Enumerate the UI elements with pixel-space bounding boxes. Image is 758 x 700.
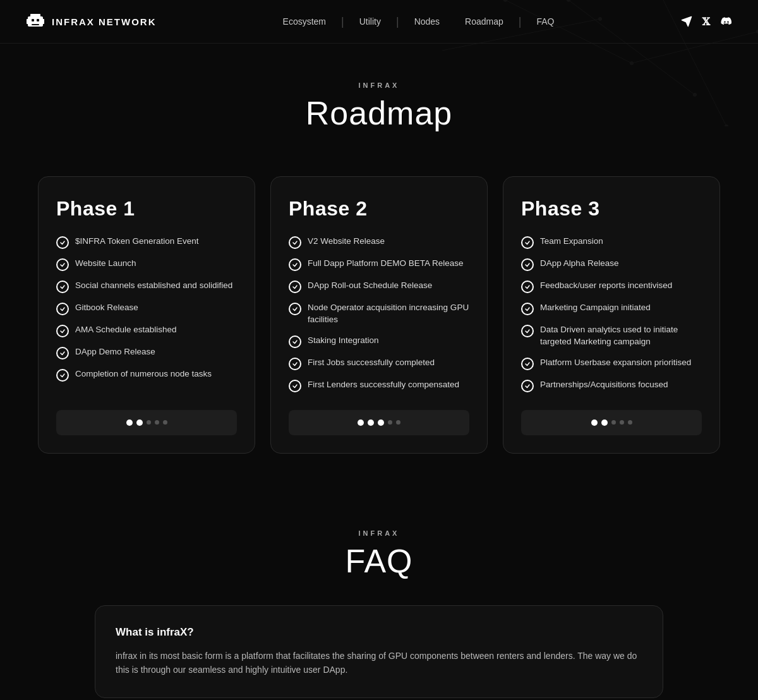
brand-logo[interactable]: INFRAX NETWORK — [25, 11, 157, 32]
dot — [591, 419, 598, 426]
dot — [378, 419, 384, 426]
faq-hero: INFRAX FAQ — [38, 529, 720, 580]
dot — [611, 420, 616, 425]
faq-answer: infrax in its most basic form is a platf… — [116, 649, 642, 677]
check-icon — [521, 380, 534, 392]
dot — [147, 420, 151, 425]
svg-rect-14 — [27, 19, 29, 24]
faq-section: INFRAX FAQ What is infraX? infrax in its… — [0, 479, 758, 700]
roadmap-brand-label: INFRAX — [0, 81, 758, 89]
phase-3-items: Team Expansion DApp Alpha Release Feedba… — [521, 236, 702, 392]
check-icon — [56, 258, 69, 271]
list-item: Platform Userbase expansion prioritised — [521, 357, 702, 370]
faq-question: What is infraX? — [116, 626, 642, 639]
nav-links: Ecosystem | Utility | Nodes Roadmap | FA… — [270, 15, 567, 28]
check-icon — [521, 236, 534, 249]
dot — [136, 419, 143, 426]
phase-1-dots-bar[interactable] — [56, 410, 237, 435]
check-icon — [56, 303, 69, 315]
check-icon — [56, 281, 69, 293]
dot — [628, 420, 632, 425]
nav-roadmap[interactable]: Roadmap — [452, 16, 516, 27]
phase-2-title: Phase 2 — [289, 197, 469, 220]
nav-utility[interactable]: Utility — [347, 16, 394, 27]
logo-icon — [25, 11, 45, 32]
list-item: Gitbook Release — [56, 302, 237, 315]
check-icon — [56, 369, 69, 382]
svg-rect-17 — [37, 19, 39, 21]
list-item: Partnerships/Acquisitions focused — [521, 379, 702, 392]
list-item: Team Expansion — [521, 236, 702, 249]
check-icon — [289, 358, 301, 370]
phase-2-items: V2 Website Release Full Dapp Platform DE… — [289, 236, 469, 392]
svg-point-19 — [724, 21, 726, 23]
dot — [155, 420, 159, 425]
list-item: First Jobs successfully completed — [289, 357, 469, 370]
dot — [396, 420, 400, 425]
phase-1-items: $INFRA Token Generation Event Website La… — [56, 236, 237, 392]
check-icon — [289, 281, 301, 293]
dot — [358, 419, 364, 426]
list-item: Staking Integration — [289, 335, 469, 348]
nav-divider-3: | — [516, 15, 524, 28]
check-icon — [289, 303, 301, 315]
nav-social-icons: 𝕏 — [681, 15, 733, 28]
check-icon — [521, 258, 534, 271]
dot — [163, 420, 167, 425]
svg-rect-13 — [30, 14, 40, 19]
nav-divider-1: | — [339, 15, 347, 28]
phase-3-dots-bar[interactable] — [521, 410, 702, 435]
check-icon — [289, 236, 301, 249]
nav-divider-2: | — [394, 15, 402, 28]
phase-3-title: Phase 3 — [521, 197, 702, 220]
list-item: Data Driven analytics used to initiate t… — [521, 324, 702, 348]
nav-ecosystem[interactable]: Ecosystem — [270, 16, 339, 27]
phase-1-card: Phase 1 $INFRA Token Generation Event We… — [38, 176, 255, 454]
list-item: DApp Demo Release — [56, 346, 237, 359]
faq-title: FAQ — [38, 542, 720, 580]
check-icon — [56, 325, 69, 337]
phase-1-title: Phase 1 — [56, 197, 237, 220]
check-icon — [521, 325, 534, 337]
list-item: DApp Alpha Release — [521, 258, 702, 271]
main-nav: INFRAX NETWORK Ecosystem | Utility | Nod… — [0, 0, 758, 44]
telegram-icon[interactable] — [681, 16, 692, 27]
list-item: V2 Website Release — [289, 236, 469, 249]
brand-name: INFRAX NETWORK — [52, 16, 157, 27]
svg-rect-16 — [32, 19, 34, 21]
faq-card: What is infraX? infrax in its most basic… — [95, 605, 663, 698]
roadmap-title: Roadmap — [0, 94, 758, 132]
dot — [620, 420, 624, 425]
phase-3-card: Phase 3 Team Expansion DApp Alpha Releas… — [503, 176, 720, 454]
list-item: $INFRA Token Generation Event — [56, 236, 237, 249]
dot — [368, 419, 374, 426]
list-item: Website Launch — [56, 258, 237, 271]
faq-brand-label: INFRAX — [38, 529, 720, 537]
dot — [126, 419, 133, 426]
list-item: Marketing Campaign initiated — [521, 302, 702, 315]
check-icon — [289, 380, 301, 392]
check-icon — [521, 281, 534, 293]
nav-faq[interactable]: FAQ — [524, 16, 567, 27]
svg-rect-18 — [32, 24, 39, 25]
list-item: Completion of numerous node tasks — [56, 368, 237, 382]
check-icon — [289, 335, 301, 348]
list-item: Node Operator acquisition increasing GPU… — [289, 302, 469, 326]
dot — [388, 420, 392, 425]
svg-rect-15 — [42, 19, 44, 24]
list-item: First Lenders successfully compensated — [289, 379, 469, 392]
list-item: Feedback/user reports incentivised — [521, 280, 702, 293]
check-icon — [56, 347, 69, 359]
list-item: DApp Roll-out Schedule Release — [289, 280, 469, 293]
discord-icon[interactable] — [720, 15, 733, 28]
check-icon — [521, 358, 534, 370]
phases-container: Phase 1 $INFRA Token Generation Event We… — [0, 151, 758, 479]
roadmap-hero: INFRAX Roadmap — [0, 44, 758, 151]
x-twitter-icon[interactable]: 𝕏 — [702, 16, 710, 28]
list-item: Social channels established and solidifi… — [56, 280, 237, 293]
phase-2-dots-bar[interactable] — [289, 410, 469, 435]
list-item: AMA Schedule established — [56, 324, 237, 337]
check-icon — [521, 303, 534, 315]
list-item: Full Dapp Platform DEMO BETA Release — [289, 258, 469, 271]
nav-nodes[interactable]: Nodes — [402, 16, 452, 27]
